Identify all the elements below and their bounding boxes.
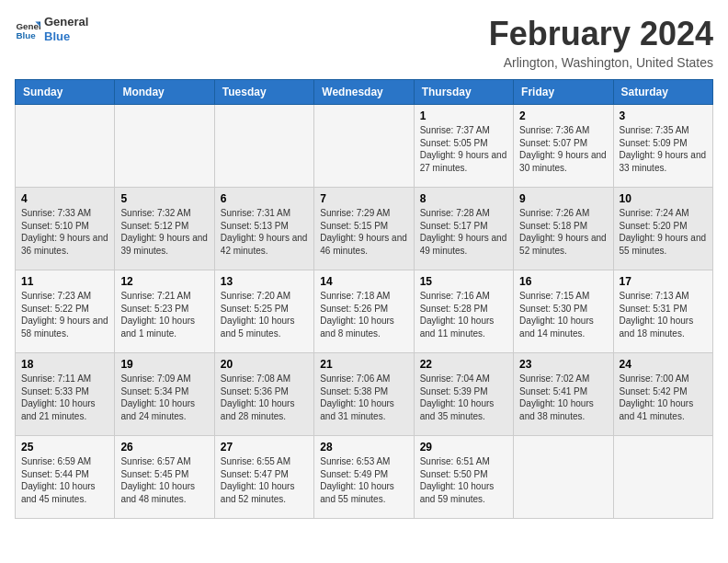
day-info: Sunrise: 6:57 AMSunset: 5:45 PMDaylight:…	[120, 455, 208, 505]
day-info: Sunrise: 7:29 AMSunset: 5:15 PMDaylight:…	[320, 207, 407, 257]
calendar-cell: 3Sunrise: 7:35 AMSunset: 5:09 PMDaylight…	[613, 105, 712, 188]
day-number: 8	[420, 192, 507, 205]
day-info: Sunrise: 7:28 AMSunset: 5:17 PMDaylight:…	[420, 207, 507, 257]
day-number: 2	[519, 109, 607, 122]
calendar-cell: 2Sunrise: 7:36 AMSunset: 5:07 PMDaylight…	[514, 105, 613, 188]
header-day-tuesday: Tuesday	[214, 80, 313, 105]
calendar-cell: 23Sunrise: 7:02 AMSunset: 5:41 PMDayligh…	[514, 353, 613, 436]
calendar-cell: 4Sunrise: 7:33 AMSunset: 5:10 PMDaylight…	[16, 188, 115, 270]
day-info: Sunrise: 7:31 AMSunset: 5:13 PMDaylight:…	[221, 207, 308, 257]
day-info: Sunrise: 6:53 AMSunset: 5:49 PMDaylight:…	[320, 455, 407, 505]
day-number: 3	[620, 109, 707, 122]
title-section: February 2024 Arlington, Washington, Uni…	[489, 15, 713, 70]
header-day-thursday: Thursday	[414, 80, 513, 105]
day-info: Sunrise: 7:15 AMSunset: 5:30 PMDaylight:…	[519, 290, 607, 339]
calendar-cell	[314, 105, 414, 188]
calendar-cell: 20Sunrise: 7:08 AMSunset: 5:36 PMDayligh…	[214, 353, 313, 436]
day-info: Sunrise: 7:16 AMSunset: 5:28 PMDaylight:…	[420, 290, 507, 339]
calendar-cell: 14Sunrise: 7:18 AMSunset: 5:26 PMDayligh…	[314, 270, 414, 353]
logo-line2: Blue	[44, 29, 88, 44]
day-number: 11	[21, 275, 108, 288]
day-number: 19	[120, 358, 208, 371]
day-number: 13	[221, 275, 308, 288]
calendar-cell	[115, 105, 214, 188]
day-info: Sunrise: 7:00 AMSunset: 5:42 PMDaylight:…	[620, 373, 707, 422]
day-number: 16	[519, 275, 607, 288]
day-info: Sunrise: 7:06 AMSunset: 5:38 PMDaylight:…	[320, 373, 407, 422]
calendar-week-row: 25Sunrise: 6:59 AMSunset: 5:44 PMDayligh…	[16, 436, 713, 519]
day-number: 20	[221, 358, 308, 371]
calendar-cell: 16Sunrise: 7:15 AMSunset: 5:30 PMDayligh…	[514, 270, 613, 353]
day-info: Sunrise: 7:23 AMSunset: 5:22 PMDaylight:…	[21, 290, 108, 339]
day-info: Sunrise: 7:33 AMSunset: 5:10 PMDaylight:…	[21, 207, 108, 257]
day-number: 29	[420, 441, 507, 454]
calendar-cell: 9Sunrise: 7:26 AMSunset: 5:18 PMDaylight…	[514, 188, 613, 270]
logo-icon: General Blue	[15, 17, 40, 42]
day-number: 18	[21, 358, 108, 371]
calendar-cell: 21Sunrise: 7:06 AMSunset: 5:38 PMDayligh…	[314, 353, 414, 436]
calendar-cell: 22Sunrise: 7:04 AMSunset: 5:39 PMDayligh…	[414, 353, 513, 436]
calendar-cell	[613, 436, 712, 519]
calendar-cell: 25Sunrise: 6:59 AMSunset: 5:44 PMDayligh…	[16, 436, 115, 519]
day-info: Sunrise: 7:21 AMSunset: 5:23 PMDaylight:…	[120, 290, 208, 339]
day-number: 27	[221, 441, 308, 454]
day-info: Sunrise: 6:55 AMSunset: 5:47 PMDaylight:…	[221, 455, 308, 505]
day-number: 12	[120, 275, 208, 288]
day-number: 14	[320, 275, 407, 288]
calendar-week-row: 1Sunrise: 7:37 AMSunset: 5:05 PMDaylight…	[16, 105, 713, 188]
calendar-cell: 11Sunrise: 7:23 AMSunset: 5:22 PMDayligh…	[16, 270, 115, 353]
day-number: 22	[420, 358, 507, 371]
day-info: Sunrise: 7:35 AMSunset: 5:09 PMDaylight:…	[620, 124, 707, 174]
day-info: Sunrise: 7:04 AMSunset: 5:39 PMDaylight:…	[420, 373, 507, 422]
calendar-week-row: 11Sunrise: 7:23 AMSunset: 5:22 PMDayligh…	[16, 270, 713, 353]
calendar-header-row: SundayMondayTuesdayWednesdayThursdayFrid…	[16, 80, 713, 105]
calendar-cell: 19Sunrise: 7:09 AMSunset: 5:34 PMDayligh…	[115, 353, 214, 436]
calendar-cell	[16, 105, 115, 188]
day-number: 17	[620, 275, 707, 288]
day-number: 26	[120, 441, 208, 454]
calendar-cell: 15Sunrise: 7:16 AMSunset: 5:28 PMDayligh…	[414, 270, 513, 353]
calendar-cell: 12Sunrise: 7:21 AMSunset: 5:23 PMDayligh…	[115, 270, 214, 353]
calendar-table: SundayMondayTuesdayWednesdayThursdayFrid…	[15, 79, 713, 519]
day-number: 15	[420, 275, 507, 288]
header-day-monday: Monday	[115, 80, 214, 105]
location-title: Arlington, Washington, United States	[489, 55, 713, 70]
day-number: 1	[420, 109, 507, 122]
calendar-cell: 26Sunrise: 6:57 AMSunset: 5:45 PMDayligh…	[115, 436, 214, 519]
day-number: 23	[519, 358, 607, 371]
day-number: 10	[620, 192, 707, 205]
day-info: Sunrise: 6:59 AMSunset: 5:44 PMDaylight:…	[21, 455, 108, 505]
calendar-cell	[514, 436, 613, 519]
logo-line1: General	[44, 15, 88, 29]
day-number: 5	[120, 192, 208, 205]
logo: General Blue General Blue	[15, 15, 88, 43]
calendar-week-row: 18Sunrise: 7:11 AMSunset: 5:33 PMDayligh…	[16, 353, 713, 436]
day-number: 24	[620, 358, 707, 371]
day-info: Sunrise: 7:11 AMSunset: 5:33 PMDaylight:…	[21, 373, 108, 422]
day-number: 9	[519, 192, 607, 205]
calendar-cell: 1Sunrise: 7:37 AMSunset: 5:05 PMDaylight…	[414, 105, 513, 188]
day-info: Sunrise: 7:20 AMSunset: 5:25 PMDaylight:…	[221, 290, 308, 339]
calendar-cell: 24Sunrise: 7:00 AMSunset: 5:42 PMDayligh…	[613, 353, 712, 436]
calendar-cell: 29Sunrise: 6:51 AMSunset: 5:50 PMDayligh…	[414, 436, 513, 519]
header-day-wednesday: Wednesday	[314, 80, 414, 105]
calendar-week-row: 4Sunrise: 7:33 AMSunset: 5:10 PMDaylight…	[16, 188, 713, 270]
header-day-sunday: Sunday	[16, 80, 115, 105]
day-number: 4	[21, 192, 108, 205]
day-number: 21	[320, 358, 407, 371]
day-info: Sunrise: 7:13 AMSunset: 5:31 PMDaylight:…	[620, 290, 707, 339]
day-number: 28	[320, 441, 407, 454]
calendar-cell: 18Sunrise: 7:11 AMSunset: 5:33 PMDayligh…	[16, 353, 115, 436]
day-info: Sunrise: 7:37 AMSunset: 5:05 PMDaylight:…	[420, 124, 507, 174]
day-info: Sunrise: 7:26 AMSunset: 5:18 PMDaylight:…	[519, 207, 607, 257]
calendar-cell: 6Sunrise: 7:31 AMSunset: 5:13 PMDaylight…	[214, 188, 313, 270]
day-info: Sunrise: 6:51 AMSunset: 5:50 PMDaylight:…	[420, 455, 507, 505]
day-info: Sunrise: 7:36 AMSunset: 5:07 PMDaylight:…	[519, 124, 607, 174]
calendar-cell: 8Sunrise: 7:28 AMSunset: 5:17 PMDaylight…	[414, 188, 513, 270]
header-day-friday: Friday	[514, 80, 613, 105]
day-number: 6	[221, 192, 308, 205]
calendar-cell: 27Sunrise: 6:55 AMSunset: 5:47 PMDayligh…	[214, 436, 313, 519]
day-info: Sunrise: 7:24 AMSunset: 5:20 PMDaylight:…	[620, 207, 707, 257]
svg-text:Blue: Blue	[16, 29, 36, 40]
calendar-cell: 17Sunrise: 7:13 AMSunset: 5:31 PMDayligh…	[613, 270, 712, 353]
